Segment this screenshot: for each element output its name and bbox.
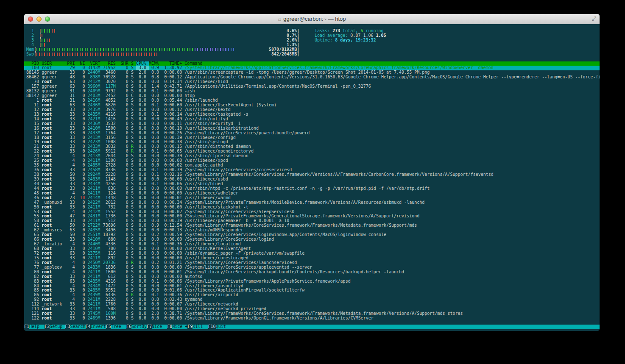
fkey-label-kill[interactable]: Kill — [193, 325, 208, 329]
process-row-70[interactable]: 70 root 63 0 2412M 3020 0 S 0.0 0.0 0:14… — [24, 80, 600, 84]
cell-pri: 63 — [67, 228, 77, 232]
process-row-88145[interactable]: 88145 ggreer 33 0 2440M 3460 0 S 2.0 0.0… — [24, 70, 600, 75]
process-row-82[interactable]: 82 root 33 0 2411M 612 0 S 0.0 0.0 0:00.… — [24, 275, 600, 279]
process-row-38[interactable]: 38 root 50 0 2924M 5228 0 S 0.0 0.1 0:02… — [24, 172, 600, 177]
process-row-100[interactable]: 100 root 79 0 3143M 71952 0 S 3.0 0.9 1:… — [24, 66, 600, 70]
column-header-res[interactable]: RES — [103, 61, 118, 66]
process-row-11[interactable]: 11 root 63 0 2436M 6820 0 S 0.0 0.1 0:00… — [24, 103, 600, 108]
process-row-85[interactable]: 85 root 33 0 2435M 3952 0 S 0.0 0.0 0:01… — [24, 288, 600, 293]
cell-res: 1396 — [103, 316, 118, 320]
process-row-65[interactable]: 65 root 50 0 2551M 18792 0 S 0.0 0.2 0:0… — [24, 233, 600, 237]
titlebar[interactable]: ⌂ggreer@carbon:~ — htop ⤢ — [24, 14, 600, 25]
process-row-88142[interactable]: 88142 ggreer 31 0 2403M 2452 0 C 0.0 0.0… — [24, 94, 600, 98]
process-row-21[interactable]: 21 root 33 0 2433M 3032 0 R 0.0 0.0 0:00… — [24, 144, 600, 149]
process-row-62[interactable]: 62 _mdnsres 63 0 2435M 3496 0 S 0.0 0.0 … — [24, 228, 600, 233]
process-row-53[interactable]: 53 root 4 0 2412M 1552 0 S 0.0 0.0 0:00.… — [24, 210, 600, 214]
process-row-83[interactable]: 83 root 63 0 2435M 4316 0 S 0.0 0.1 0:00… — [24, 279, 600, 284]
process-row-122[interactable]: 122 root 33 0 2469M 1396 0 S 0.0 0.0 0:0… — [24, 316, 600, 321]
fkey-f9[interactable]: F9 — [187, 325, 193, 329]
fkey-f2[interactable]: F2 — [45, 325, 50, 329]
process-row-36[interactable]: 36 root 33 0 2458M 8336 0 S 0.0 0.1 0:00… — [24, 168, 600, 172]
process-row-18[interactable]: 18 root 33 0 2413M 3156 0 S 0.0 0.0 0:00… — [24, 136, 600, 140]
cell-pid: 36 — [26, 168, 42, 172]
process-row-58[interactable]: 58 root 33 0 2411M 512 0 S 0.0 0.0 0:00.… — [24, 219, 600, 223]
process-row-72[interactable]: 72 root 63 0 2375M 116 0 S 0.0 0.0 0:00.… — [24, 251, 600, 256]
process-row-77[interactable]: 77 _appleev 4 0 2433M 1836 0 S 0.0 0.0 0… — [24, 265, 600, 270]
column-header-cpu[interactable]: CPU% — [136, 61, 149, 66]
cell-virt: 3143M — [88, 66, 103, 70]
fkey-label-tree[interactable]: Tree — [111, 325, 126, 329]
expand-arrows-icon[interactable]: ⤢ — [592, 15, 596, 22]
fkey-f4[interactable]: F4 — [86, 325, 91, 329]
process-row-39[interactable]: 39 root 33 0 2433M 1148 0 S 0.0 0.0 0:00… — [24, 177, 600, 182]
process-row-92[interactable]: 92 root 4 0 2411M 2228 0 S 0.0 0.0 0:02.… — [24, 297, 600, 302]
fkey-f6[interactable]: F6 — [126, 325, 131, 329]
column-header-ni[interactable]: NI — [77, 61, 87, 66]
process-row-14[interactable]: 14 root 33 0 2421M 1416 0 S 0.0 0.0 0:00… — [24, 117, 600, 122]
process-row-12[interactable]: 12 root 33 0 2435M 3976 0 S 0.0 0.0 0:00… — [24, 108, 600, 112]
process-row-75[interactable]: 75 root 33 0 2411M 892 0 S 0.0 0.0 0:00.… — [24, 256, 600, 261]
process-row-16[interactable]: 16 root 33 0 2410M 1500 0 S 0.0 0.0 0:00… — [24, 126, 600, 131]
process-row-55[interactable]: 55 root 47 0 2431M 1736 0 S 0.0 0.0 0:00… — [24, 214, 600, 219]
process-row-15[interactable]: 15 root 33 0 2436M 3532 0 S 0.0 0.0 0:00… — [24, 122, 600, 126]
process-row-13[interactable]: 13 root 33 0 2435M 4216 0 S 0.0 0.1 0:00… — [24, 112, 600, 117]
process-row-22[interactable]: 22 root 33 0 2426M 5912 0 R 0.0 0.1 0:00… — [24, 149, 600, 154]
fkey-f3[interactable]: F3 — [65, 325, 70, 329]
process-row-19[interactable]: 19 root 33 0 2423M 1008 0 S 0.0 0.0 0:00… — [24, 140, 600, 144]
cell-res: 2452 — [103, 94, 118, 98]
cell-user: root — [42, 136, 67, 140]
cell-pri: 63 — [67, 84, 77, 89]
process-row-1[interactable]: 1 root 31 0 2416M 4052 0 S 0.0 0.0 0:05.… — [24, 98, 600, 103]
process-row-67[interactable]: 67 _locatio 4 0 2440M 4336 0 S 0.0 0.1 0… — [24, 242, 600, 247]
column-header-pid[interactable]: PID — [26, 61, 42, 66]
fkey-label-search[interactable]: Search — [70, 325, 85, 329]
column-header-pri[interactable]: PRI — [67, 61, 77, 66]
process-row-25[interactable]: 25 root 4 0 2411M 1300 0 S 0.0 0.0 0:00.… — [24, 158, 600, 163]
process-row-88132[interactable]: 88132 ggreer 31 0 2409M 9792 0 S 0.0 0.1… — [24, 89, 600, 94]
column-header-virt[interactable]: VIRT — [88, 61, 103, 66]
column-header-mem[interactable]: MEM% — [149, 61, 162, 66]
process-row-24[interactable]: 24 root 4 0 2413M 2644 0 S 0.0 0.0 0:00.… — [24, 154, 600, 158]
cell-s: S — [131, 219, 136, 223]
process-row-86462[interactable]: 86462 ggreer 48 0 898M 70928 0 S 0.0 0.8… — [24, 75, 600, 80]
fkey-label-setup[interactable]: Setup — [50, 325, 65, 329]
process-row-35[interactable]: 35 root 4 0 2435M 2728 0 S 0.0 0.0 0:00.… — [24, 163, 600, 168]
fkey-label-sortby[interactable]: SortBy — [131, 325, 147, 329]
fkey-label-nice[interactable]: Nice - — [152, 325, 167, 329]
process-row-68[interactable]: 68 root 33 0 2410M 700 0 S 0.0 0.0 0:00.… — [24, 247, 600, 251]
process-row-114[interactable]: 114 root 33 0 2411M 508 0 S 0.0 0.0 0:00… — [24, 307, 600, 311]
process-row-76[interactable]: 76 root 4 0 2450M 20736 0 R 0.0 0.2 0:01… — [24, 261, 600, 265]
column-header-s[interactable]: S — [131, 61, 136, 66]
fkey-f5[interactable]: F5 — [106, 325, 111, 329]
process-row-84[interactable]: 84 root 4 0 2434M 1472 0 S 0.0 0.0 0:00.… — [24, 284, 600, 289]
fkey-f10[interactable]: F10 — [208, 325, 216, 329]
cell-res: 3020 — [103, 80, 118, 84]
column-header-cmd[interactable]: Command — [184, 61, 202, 66]
process-row-45[interactable]: 45 root 4 0 2411M 124 0 S 0.0 0.0 0:00.0… — [24, 191, 600, 196]
column-header-time[interactable]: TIME+ — [162, 61, 184, 66]
process-row-40[interactable]: 40 root 33 0 2434M 4256 0 S 0.0 0.1 0:00… — [24, 182, 600, 186]
process-row-46[interactable]: 46 root 23 10 2414M 1448 0 S 0.0 0.0 0:0… — [24, 196, 600, 200]
fkey-label-quit[interactable]: Quit — [216, 325, 231, 329]
process-row-157[interactable]: 157 ggreer 63 0 3960M 117M 0 S 0.0 1.4 0… — [24, 84, 600, 89]
fkey-f8[interactable]: F8 — [167, 325, 172, 329]
cell-ni: 0 — [77, 126, 87, 131]
fkey-label-invert[interactable]: Invert — [91, 325, 106, 329]
fkey-label-nice[interactable]: Nice + — [172, 325, 187, 329]
column-header-user[interactable]: USER — [42, 61, 67, 66]
process-row-121[interactable]: 121 root 33 0 3745M 160M 0 S 0.0 2.0 0:3… — [24, 311, 600, 316]
fkey-f7[interactable]: F7 — [147, 325, 152, 329]
process-row-86[interactable]: 86 root 4 0 2439M 6436 0 R 0.0 0.1 0:00.… — [24, 293, 600, 297]
process-row-66[interactable]: 66 root 33 0 2410M 880 0 S 0.0 0.0 0:00.… — [24, 237, 600, 242]
process-row-80[interactable]: 80 root 4 0 2411M 1600 0 S 0.0 0.0 0:00.… — [24, 270, 600, 275]
column-header-shr[interactable]: SHR — [118, 61, 131, 66]
fkey-label-help[interactable]: Help — [29, 325, 45, 329]
process-row-112[interactable]: 112 _network 33 0 2411M 1760 0 S 0.0 0.0… — [24, 302, 600, 307]
process-row-44[interactable]: 44 root 33 0 2411M 836 0 S 0.0 0.0 0:00.… — [24, 186, 600, 191]
fkey-f1[interactable]: F1 — [24, 325, 29, 329]
process-row-17[interactable]: 17 root 33 0 2433M 1764 0 S 0.0 0.0 0:00… — [24, 131, 600, 136]
cell-user: root — [42, 219, 67, 223]
process-row-61[interactable]: 61 root 50 0 2722M 73696 0 S 0.0 0.9 0:1… — [24, 223, 600, 228]
process-row-50[interactable]: 50 root 33 0 2411M 732 0 S 0.0 0.0 0:00.… — [24, 205, 600, 210]
process-row-47[interactable]: 47 _usbmuxd 33 0 2422M 2012 0 S 0.0 0.0 … — [24, 200, 600, 205]
